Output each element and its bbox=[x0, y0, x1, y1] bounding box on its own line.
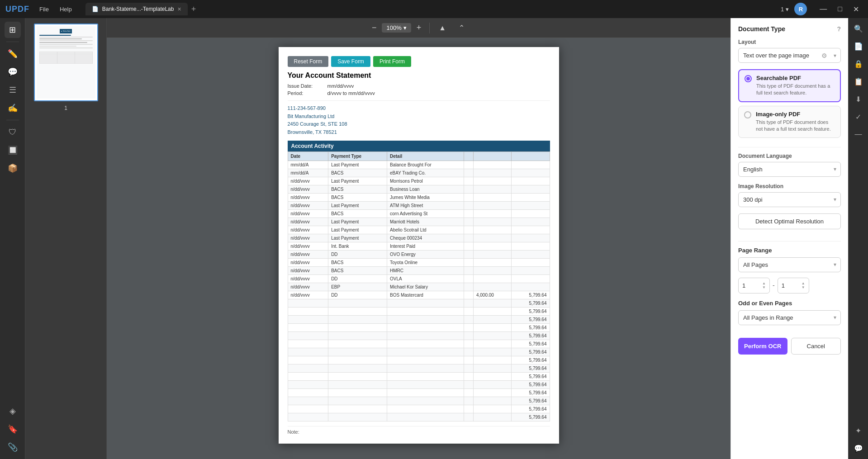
print-form-button[interactable]: Print Form bbox=[373, 56, 411, 67]
right-icon-minus[interactable]: — bbox=[852, 128, 865, 141]
layout-select-wrapper: Text over the page image ⚙ ▾ bbox=[738, 48, 841, 63]
odd-even-select[interactable]: All Pages in Range bbox=[738, 310, 841, 325]
right-icon-download[interactable]: ⬇ bbox=[853, 92, 864, 106]
balance-cell-empty4 bbox=[464, 373, 473, 381]
thumbnail-wrapper[interactable]: ■ Binline Bank bbox=[34, 24, 98, 101]
cell-balance bbox=[512, 177, 550, 185]
page-range-select[interactable]: All Pages bbox=[738, 257, 841, 272]
menu-file[interactable]: File bbox=[35, 4, 53, 14]
close-button[interactable]: ✕ bbox=[849, 4, 863, 14]
cell-date: n/dd/vvvv bbox=[288, 242, 328, 251]
zoom-out-button[interactable]: − bbox=[369, 22, 379, 33]
balance-cell-empty3 bbox=[387, 299, 464, 308]
sidebar-divider-1 bbox=[6, 42, 19, 42]
sidebar-icon-bookmark[interactable]: 🔖 bbox=[5, 421, 21, 437]
range-to-up[interactable]: ▲ bbox=[802, 281, 805, 286]
balance-row: 5,799.64 bbox=[288, 356, 550, 364]
maximize-button[interactable]: □ bbox=[834, 4, 846, 14]
menu-help[interactable]: Help bbox=[55, 4, 76, 14]
minimize-button[interactable]: — bbox=[816, 4, 830, 14]
left-sidebar: ⊞ ✏️ 💬 ☰ ✍ 🛡 🔲 📦 ◈ 🔖 📎 bbox=[0, 18, 25, 459]
tab-close-button[interactable]: × bbox=[177, 5, 181, 13]
balance-cell-empty1 bbox=[288, 348, 328, 356]
right-icon-chat[interactable]: 💬 bbox=[851, 441, 866, 455]
right-icon-doc[interactable]: 📄 bbox=[851, 39, 866, 53]
range-to-down[interactable]: ▼ bbox=[802, 285, 805, 290]
table-row: n/dd/vvvv BACS HMRC bbox=[288, 267, 550, 275]
cell-debit bbox=[464, 169, 473, 177]
sidebar-icon-ocr[interactable]: 🔲 bbox=[5, 142, 21, 158]
cancel-button[interactable]: Cancel bbox=[791, 338, 841, 355]
language-select[interactable]: English bbox=[738, 162, 841, 177]
sidebar-icon-comment[interactable]: 💬 bbox=[5, 64, 21, 80]
statement-title: Your Account Statement bbox=[288, 71, 550, 80]
app-logo: UPDF bbox=[5, 5, 29, 14]
layout-settings-icon[interactable]: ⚙ bbox=[821, 52, 827, 59]
content-with-ocr: ■ Binline Bank bbox=[25, 18, 868, 459]
balance-cell-empty3 bbox=[387, 405, 464, 413]
zoom-in-button[interactable]: + bbox=[414, 22, 424, 33]
save-form-button[interactable]: Save Form bbox=[331, 56, 370, 67]
balance-cell-empty5 bbox=[473, 316, 511, 324]
right-icon-check[interactable]: ✓ bbox=[853, 110, 864, 124]
sidebar-icon-edit[interactable]: ✏️ bbox=[5, 46, 21, 62]
reset-form-button[interactable]: Reset Form bbox=[288, 56, 329, 67]
address2: Brownsville, TX 78521 bbox=[288, 128, 550, 137]
avatar[interactable]: R bbox=[794, 3, 807, 15]
sidebar-icon-compress[interactable]: 📦 bbox=[5, 160, 21, 176]
page-number: 1 bbox=[64, 105, 67, 111]
image-only-option[interactable]: Image-only PDF This type of PDF document… bbox=[738, 106, 841, 138]
right-icon-lock[interactable]: 🔒 bbox=[851, 57, 866, 71]
table-row: mm/dd/A Last Payment Balance Brought For bbox=[288, 161, 550, 169]
balance-cell-empty4 bbox=[464, 324, 473, 332]
resolution-label: Image Resolution bbox=[738, 183, 841, 189]
sidebar-icon-layers[interactable]: ◈ bbox=[5, 403, 21, 419]
cell-debit bbox=[464, 242, 473, 251]
sidebar-icon-attach[interactable]: 📎 bbox=[5, 439, 21, 455]
add-tab-button[interactable]: + bbox=[191, 5, 196, 14]
cell-debit bbox=[464, 177, 473, 185]
zoom-level[interactable]: 100% ▾ bbox=[382, 23, 411, 33]
perform-ocr-button[interactable]: Perform OCR bbox=[738, 338, 787, 355]
sidebar-divider-2 bbox=[6, 120, 19, 120]
cell-date: n/dd/vvvv bbox=[288, 283, 328, 291]
account-table: Date Payment Type Detail mm/dd/A Last Pa… bbox=[288, 151, 550, 421]
period-row: Period: d/vvvv to mm/dd/vvvv bbox=[288, 90, 550, 96]
cell-balance bbox=[512, 234, 550, 242]
sidebar-icon-protect[interactable]: 🛡 bbox=[5, 124, 21, 140]
balance-cell-empty3 bbox=[387, 332, 464, 340]
resolution-select[interactable]: 300 dpi bbox=[738, 192, 841, 207]
balance-value: 5,799.64 bbox=[512, 332, 550, 340]
sidebar-icon-grid[interactable]: ⊞ bbox=[5, 22, 21, 38]
range-from-down[interactable]: ▼ bbox=[762, 285, 766, 290]
cell-credit bbox=[473, 218, 511, 226]
sidebar-icon-sign[interactable]: ✍ bbox=[5, 100, 21, 116]
searchable-pdf-option[interactable]: Searchable PDF This type of PDF document… bbox=[738, 69, 841, 102]
balance-row: 5,799.64 bbox=[288, 364, 550, 373]
cell-type: EBP bbox=[328, 283, 387, 291]
cell-credit bbox=[473, 275, 511, 283]
page-indicator: 1 ▾ bbox=[781, 6, 789, 13]
balance-cell-empty2 bbox=[328, 405, 387, 413]
range-from-up[interactable]: ▲ bbox=[762, 281, 766, 286]
cell-date: n/dd/vvvv bbox=[288, 259, 328, 267]
detect-resolution-button[interactable]: Detect Optimal Resolution bbox=[738, 213, 841, 229]
help-icon[interactable]: ? bbox=[837, 25, 841, 33]
cell-balance bbox=[512, 169, 550, 177]
cell-detail: HMRC bbox=[387, 267, 464, 275]
balance-cell-empty4 bbox=[464, 356, 473, 364]
cell-credit bbox=[473, 210, 511, 218]
nav-up-button[interactable]: ▲ bbox=[435, 22, 450, 34]
right-icon-star[interactable]: ✦ bbox=[853, 424, 864, 438]
range-to-input[interactable]: 1 ▲ ▼ bbox=[778, 278, 809, 293]
cell-type: DD bbox=[328, 291, 387, 299]
balance-row: 5,799.64 bbox=[288, 324, 550, 332]
range-from-input[interactable]: 1 ▲ ▼ bbox=[738, 278, 770, 293]
tab-bank-statement[interactable]: 📄 Bank-Stateme...-TemplateLab × bbox=[85, 3, 188, 15]
cell-credit bbox=[473, 185, 511, 194]
issue-date-label: Issue Date: bbox=[288, 83, 324, 89]
nav-collapse-button[interactable]: ⌃ bbox=[455, 22, 468, 34]
sidebar-icon-form[interactable]: ☰ bbox=[5, 82, 21, 98]
right-search-icon[interactable]: 🔍 bbox=[851, 22, 866, 36]
right-icon-clipboard[interactable]: 📋 bbox=[851, 75, 866, 89]
